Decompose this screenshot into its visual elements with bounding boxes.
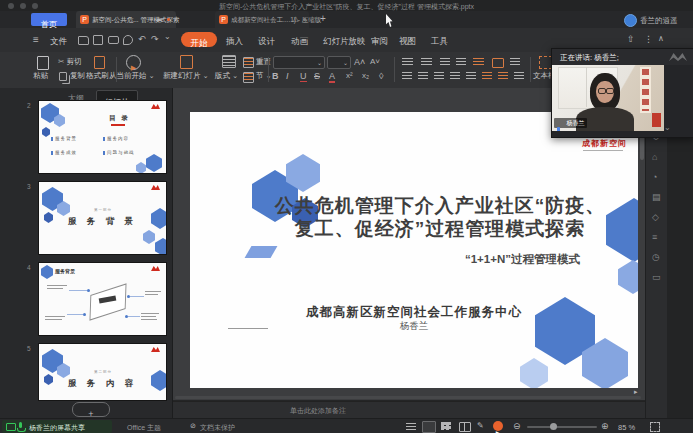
- layout-icon[interactable]: [222, 55, 236, 68]
- slide-thumbnail-5[interactable]: 第 二 部 分 服 务 内 容: [38, 343, 167, 401]
- italic-button[interactable]: I: [286, 71, 289, 81]
- webcam-video[interactable]: 杨香兰: [552, 65, 664, 131]
- save-icon[interactable]: [93, 35, 103, 45]
- zoom-out-button[interactable]: ⊖: [513, 421, 521, 431]
- doc-tab-active[interactable]: P 新空间-公共危... 管理模式探索 ☁: [76, 11, 176, 28]
- new-slide-icon[interactable]: [180, 55, 193, 69]
- menu-file[interactable]: 文件: [50, 36, 67, 48]
- clear-format-button[interactable]: ◊: [379, 71, 383, 81]
- hamburger-menu-icon[interactable]: ≡: [33, 34, 39, 45]
- print-icon[interactable]: [108, 36, 119, 44]
- fit-screen-button[interactable]: [650, 422, 660, 432]
- home-tab-button[interactable]: 首页: [31, 13, 67, 26]
- bold-button[interactable]: B: [272, 71, 279, 81]
- user-avatar[interactable]: [624, 14, 637, 27]
- slide-author-textbox[interactable]: 杨香兰: [190, 320, 638, 333]
- slide-thumbnail-2[interactable]: 目 录 服务背景 服务内容 服务成效 问题与挑战: [38, 100, 167, 174]
- zoom-in-button[interactable]: ⊕: [601, 421, 609, 431]
- slide-title-textbox[interactable]: 公共危机管理下介入产业社区“防疫、 复工、促经济”过程管理模式探索: [260, 194, 620, 240]
- strikethrough-button[interactable]: S: [314, 71, 320, 81]
- columns-icon[interactable]: [492, 58, 504, 68]
- sidebar-tool-icon[interactable]: ▭: [652, 272, 661, 282]
- sidebar-tool-icon[interactable]: ⌂: [652, 152, 657, 162]
- sidebar-tool-icon[interactable]: ◔: [652, 172, 657, 182]
- justify-icon[interactable]: [450, 72, 460, 80]
- undo-icon[interactable]: ↶: [138, 34, 146, 44]
- section-button[interactable]: 节 ⌄: [256, 71, 272, 81]
- slide-subtitle-textbox[interactable]: “1+1+N”过程管理模式: [370, 252, 580, 267]
- underline-button[interactable]: U: [300, 71, 307, 82]
- slide-thumbnail-3[interactable]: 第 一 部 分 服 务 背 景: [38, 181, 167, 255]
- horizontal-scrollbar[interactable]: [175, 396, 641, 399]
- paste-icon[interactable]: [37, 56, 49, 70]
- notes-bar[interactable]: 单击此处添加备注: [173, 401, 645, 419]
- tab-insert[interactable]: 插入: [226, 36, 243, 48]
- numbering-style-icon[interactable]: [482, 72, 492, 80]
- bullet-list-icon[interactable]: [402, 58, 413, 66]
- notes-toggle-icon[interactable]: [406, 423, 416, 430]
- slide-org-textbox[interactable]: 成都高新区新空间社会工作服务中心: [190, 304, 638, 321]
- chevron-down-icon[interactable]: ⌄: [164, 32, 171, 41]
- format-painter-icon[interactable]: [94, 56, 105, 69]
- meeting-overlay[interactable]: 正在讲话: 杨香兰; 杨香兰 ⌄: [551, 48, 693, 138]
- tab-animation[interactable]: 动画: [291, 36, 308, 48]
- align-left-icon[interactable]: [402, 72, 412, 80]
- overlay-collapse-icon[interactable]: ⌄: [664, 123, 671, 132]
- tab-tools[interactable]: 工具: [431, 36, 448, 48]
- font-size-select[interactable]: ⌄: [327, 56, 351, 69]
- collapse-ribbon-icon[interactable]: ∧: [658, 34, 664, 43]
- open-icon[interactable]: [78, 36, 89, 45]
- paste-button[interactable]: 粘贴: [33, 71, 48, 81]
- zoom-slider-track[interactable]: [527, 426, 597, 428]
- numbered-list-icon[interactable]: [421, 58, 432, 66]
- redo-icon[interactable]: ↷: [151, 34, 159, 44]
- play-from-current-icon[interactable]: ▶: [126, 55, 141, 70]
- font-color-button[interactable]: A: [329, 71, 335, 83]
- tab-slideshow[interactable]: 幻灯片放映: [323, 36, 366, 48]
- distribute-icon[interactable]: [466, 72, 476, 80]
- slide-sorter-view-button[interactable]: [441, 422, 451, 430]
- scroll-right-icon[interactable]: ▸: [634, 388, 638, 396]
- paragraph-more-icon[interactable]: [514, 72, 524, 80]
- presenter-view-button[interactable]: ✎: [477, 421, 484, 430]
- add-slide-button[interactable]: +: [72, 402, 110, 417]
- zoom-slider-handle[interactable]: [550, 423, 557, 430]
- tab-review[interactable]: 审阅: [371, 36, 388, 48]
- doc-tab-inactive[interactable]: P 成都新空间社会工....1) - 压缩版 △: [215, 11, 309, 28]
- sidebar-tool-icon[interactable]: ▤: [652, 192, 661, 202]
- increase-font-button[interactable]: A˄: [354, 57, 365, 67]
- zoom-level[interactable]: 85 %: [618, 423, 635, 432]
- cut-button[interactable]: ✂ 剪切: [58, 57, 81, 67]
- layout-button[interactable]: 版式 ⌄: [215, 71, 238, 81]
- subscript-button[interactable]: x₂: [362, 71, 369, 80]
- slide[interactable]: 成都新空间 公共危机管理下介入产业社区“防疫、 复工、促经济”过程管理模式探索 …: [190, 112, 638, 388]
- text-direction-icon[interactable]: [510, 58, 520, 66]
- superscript-button[interactable]: x²: [346, 71, 353, 80]
- sidebar-tool-icon[interactable]: ◇: [652, 212, 659, 222]
- sidebar-tool-icon[interactable]: ≡: [652, 232, 657, 242]
- list-style-icon[interactable]: [498, 72, 508, 80]
- reading-view-button[interactable]: [459, 422, 471, 432]
- screen-share-badge[interactable]: 杨香兰的屏幕共享: [2, 420, 112, 433]
- slide-thumbnail-4[interactable]: 服务背景: [38, 262, 167, 336]
- user-name[interactable]: 香兰的逍遥: [640, 16, 678, 26]
- decrease-indent-icon[interactable]: [440, 58, 450, 66]
- new-slide-button[interactable]: 新建幻灯片 ⌄: [163, 71, 209, 81]
- share-icon[interactable]: ⇧: [627, 34, 635, 44]
- slideshow-play-button[interactable]: ▶: [493, 421, 503, 431]
- format-painter-button[interactable]: 格式刷: [86, 71, 109, 81]
- font-name-select[interactable]: ⌄: [273, 56, 325, 69]
- decrease-font-button[interactable]: A˅: [370, 57, 380, 66]
- more-icon[interactable]: ⋮: [644, 34, 653, 44]
- tab-view[interactable]: 视图: [399, 36, 416, 48]
- normal-view-button[interactable]: [422, 421, 436, 433]
- meeting-header[interactable]: 正在讲话: 杨香兰;: [552, 49, 693, 65]
- tab-design[interactable]: 设计: [258, 36, 275, 48]
- preview-icon[interactable]: [123, 35, 133, 45]
- play-from-current-button[interactable]: 从当前开始 ⌄: [109, 71, 155, 81]
- increase-indent-icon[interactable]: [456, 58, 466, 66]
- tab-home-active[interactable]: 开始: [181, 32, 217, 47]
- new-tab-button[interactable]: +: [320, 13, 326, 24]
- copy-button[interactable]: 复制: [70, 71, 85, 81]
- sidebar-tool-icon[interactable]: ◷: [652, 252, 660, 262]
